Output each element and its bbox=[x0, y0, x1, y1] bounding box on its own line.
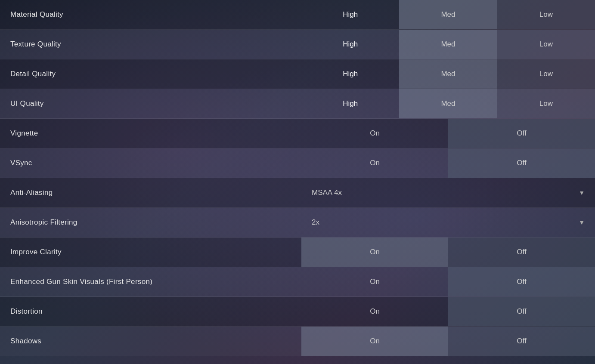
quality-btn-high-ui-quality[interactable]: High bbox=[301, 89, 399, 118]
quality-options-texture-quality: HighMedLow bbox=[301, 30, 595, 59]
settings-panel: Material QualityHighMedLowTexture Qualit… bbox=[0, 0, 595, 356]
toggle-options-improve-clarity: OnOff bbox=[301, 238, 595, 267]
setting-row-shadows: ShadowsOnOff bbox=[0, 327, 595, 356]
toggle-off-distortion[interactable]: Off bbox=[448, 297, 595, 326]
setting-label-anti-aliasing: Anti-Aliasing bbox=[0, 178, 301, 207]
setting-row-vignette: VignetteOnOff bbox=[0, 119, 595, 148]
setting-label-vsync: VSync bbox=[0, 148, 301, 178]
quality-btn-low-ui-quality[interactable]: Low bbox=[497, 89, 595, 118]
setting-label-material-quality: Material Quality bbox=[0, 0, 301, 29]
dropdown-value-anisotropic-filtering: 2x bbox=[312, 218, 319, 227]
toggle-off-shadows[interactable]: Off bbox=[448, 327, 595, 356]
setting-row-texture-quality: Texture QualityHighMedLow bbox=[0, 30, 595, 59]
toggle-on-enhanced-gun-skin[interactable]: On bbox=[301, 267, 448, 296]
setting-label-vignette: Vignette bbox=[0, 119, 301, 148]
quality-btn-low-material-quality[interactable]: Low bbox=[497, 0, 595, 29]
quality-btn-high-material-quality[interactable]: High bbox=[301, 0, 399, 29]
setting-row-vsync: VSyncOnOff bbox=[0, 148, 595, 178]
quality-btn-med-material-quality[interactable]: Med bbox=[399, 0, 497, 29]
quality-options-material-quality: HighMedLow bbox=[301, 0, 595, 29]
toggle-off-vsync[interactable]: Off bbox=[448, 148, 595, 178]
toggle-options-vsync: OnOff bbox=[301, 148, 595, 178]
toggle-options-shadows: OnOff bbox=[301, 327, 595, 356]
dropdown-arrow-icon-anisotropic-filtering: ▼ bbox=[579, 219, 585, 226]
quality-btn-high-texture-quality[interactable]: High bbox=[301, 30, 399, 59]
setting-label-improve-clarity: Improve Clarity bbox=[0, 238, 301, 267]
toggle-on-improve-clarity[interactable]: On bbox=[301, 238, 448, 267]
setting-row-anti-aliasing: Anti-AliasingMSAA 4x▼ bbox=[0, 178, 595, 208]
toggle-options-enhanced-gun-skin: OnOff bbox=[301, 267, 595, 296]
setting-label-texture-quality: Texture Quality bbox=[0, 30, 301, 59]
toggle-off-enhanced-gun-skin[interactable]: Off bbox=[448, 267, 595, 296]
toggle-off-improve-clarity[interactable]: Off bbox=[448, 238, 595, 267]
setting-label-ui-quality: UI Quality bbox=[0, 89, 301, 118]
toggle-on-vsync[interactable]: On bbox=[301, 148, 448, 178]
toggle-on-shadows[interactable]: On bbox=[301, 327, 448, 356]
setting-label-enhanced-gun-skin: Enhanced Gun Skin Visuals (First Person) bbox=[0, 267, 301, 296]
dropdown-anti-aliasing[interactable]: MSAA 4x▼ bbox=[301, 178, 595, 207]
setting-row-anisotropic-filtering: Anisotropic Filtering2x▼ bbox=[0, 208, 595, 238]
quality-btn-med-detail-quality[interactable]: Med bbox=[399, 59, 497, 89]
quality-btn-low-texture-quality[interactable]: Low bbox=[497, 30, 595, 59]
setting-label-detail-quality: Detail Quality bbox=[0, 59, 301, 89]
setting-row-ui-quality: UI QualityHighMedLow bbox=[0, 89, 595, 119]
quality-btn-high-detail-quality[interactable]: High bbox=[301, 59, 399, 89]
quality-options-detail-quality: HighMedLow bbox=[301, 59, 595, 89]
setting-row-enhanced-gun-skin: Enhanced Gun Skin Visuals (First Person)… bbox=[0, 267, 595, 297]
setting-label-anisotropic-filtering: Anisotropic Filtering bbox=[0, 208, 301, 237]
toggle-on-vignette[interactable]: On bbox=[301, 119, 448, 148]
setting-row-material-quality: Material QualityHighMedLow bbox=[0, 0, 595, 30]
quality-btn-med-ui-quality[interactable]: Med bbox=[399, 89, 497, 118]
setting-row-improve-clarity: Improve ClarityOnOff bbox=[0, 238, 595, 267]
dropdown-anisotropic-filtering[interactable]: 2x▼ bbox=[301, 208, 595, 237]
toggle-off-vignette[interactable]: Off bbox=[448, 119, 595, 148]
dropdown-value-anti-aliasing: MSAA 4x bbox=[312, 188, 342, 197]
setting-label-shadows: Shadows bbox=[0, 327, 301, 356]
quality-options-ui-quality: HighMedLow bbox=[301, 89, 595, 118]
setting-row-detail-quality: Detail QualityHighMedLow bbox=[0, 59, 595, 89]
dropdown-arrow-icon-anti-aliasing: ▼ bbox=[579, 189, 585, 196]
toggle-on-distortion[interactable]: On bbox=[301, 297, 448, 326]
quality-btn-low-detail-quality[interactable]: Low bbox=[497, 59, 595, 89]
quality-btn-med-texture-quality[interactable]: Med bbox=[399, 30, 497, 59]
toggle-options-vignette: OnOff bbox=[301, 119, 595, 148]
setting-row-distortion: DistortionOnOff bbox=[0, 297, 595, 327]
setting-label-distortion: Distortion bbox=[0, 297, 301, 326]
toggle-options-distortion: OnOff bbox=[301, 297, 595, 326]
